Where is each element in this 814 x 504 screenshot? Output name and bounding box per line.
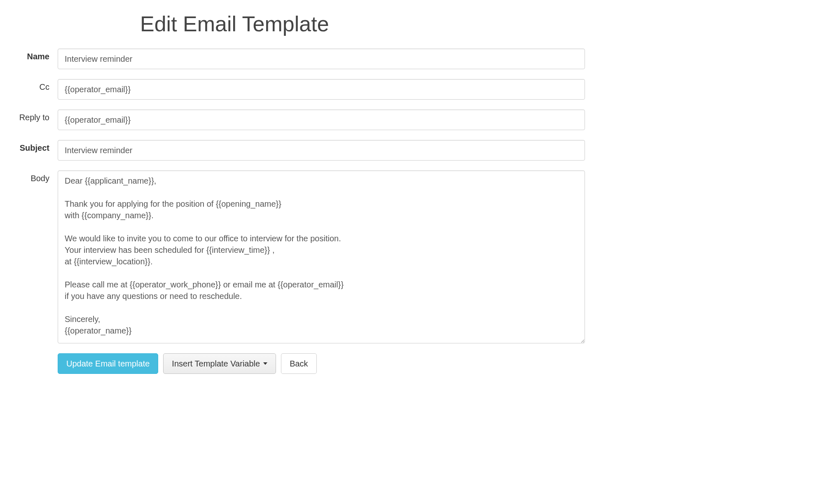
insert-template-variable-dropdown[interactable]: Insert Template Variable	[163, 353, 276, 374]
subject-input[interactable]	[58, 140, 585, 161]
update-email-template-button[interactable]: Update Email template	[58, 353, 158, 374]
name-input[interactable]	[58, 49, 585, 69]
body-textarea[interactable]	[58, 170, 585, 343]
caret-down-icon	[263, 362, 267, 365]
body-label: Body	[8, 170, 58, 183]
subject-label: Subject	[8, 140, 58, 153]
page-title: Edit Email Template	[140, 12, 585, 36]
back-button[interactable]: Back	[281, 353, 316, 374]
reply-to-label: Reply to	[8, 110, 58, 122]
cc-label: Cc	[8, 79, 58, 92]
name-label: Name	[8, 49, 58, 61]
cc-input[interactable]	[58, 79, 585, 100]
reply-to-input[interactable]	[58, 110, 585, 130]
insert-template-variable-label: Insert Template Variable	[172, 358, 260, 369]
